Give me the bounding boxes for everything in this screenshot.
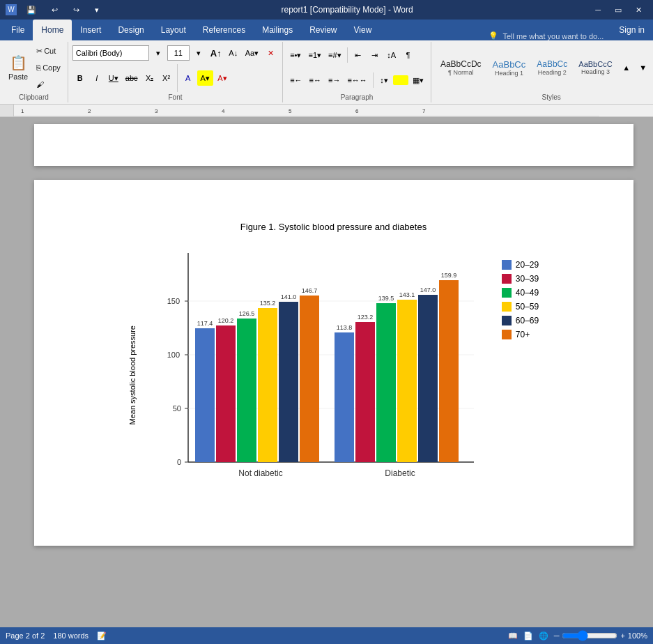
- bar-nd-4: [258, 308, 277, 462]
- justify-btn[interactable]: ≡↔↔: [344, 72, 369, 88]
- svg-text:139.5: 139.5: [378, 295, 394, 302]
- chart-title: Figure 1. Systolic blood pressure and di…: [240, 222, 427, 232]
- bar-d-5: [418, 295, 438, 462]
- tab-review[interactable]: Review: [301, 20, 345, 40]
- svg-text:Diabetic: Diabetic: [385, 468, 415, 478]
- paragraph-group: ≡•▾ ≡1▾ ≡#▾ ⇤ ⇥ ↕A ¶ ≡← ≡↔ ≡→ ≡↔↔ ↕▾ ▦▾ …: [283, 42, 431, 102]
- paste-button[interactable]: 📋 Paste: [4, 47, 32, 89]
- align-left-btn[interactable]: ≡←: [287, 72, 305, 88]
- svg-text:0: 0: [177, 458, 181, 466]
- clipboard-label: Clipboard: [4, 92, 63, 102]
- tab-file[interactable]: File: [3, 20, 33, 40]
- bullets-btn[interactable]: ≡•▾: [287, 47, 304, 63]
- show-marks-btn[interactable]: ¶: [401, 47, 416, 63]
- copy-icon: ⎘: [36, 63, 41, 72]
- legend-item-4: 50–59: [502, 302, 539, 312]
- style-heading2[interactable]: AaBbCc Heading 2: [532, 57, 572, 78]
- italic-btn[interactable]: I: [89, 70, 105, 86]
- bar-d-6: [439, 280, 459, 462]
- svg-text:7: 7: [422, 108, 426, 114]
- tab-view[interactable]: View: [346, 20, 381, 40]
- view-print-btn[interactable]: 📄: [523, 631, 533, 641]
- change-case-btn[interactable]: Aa▾: [243, 45, 261, 61]
- svg-rect-0: [14, 105, 599, 117]
- title-bar: W 💾 ↩ ↪ ▾ report1 [Compatibility Mode] -…: [0, 0, 653, 20]
- cut-icon: ✂: [36, 47, 43, 56]
- title-controls: ─ ▭ ✕: [590, 0, 647, 20]
- svg-text:5: 5: [289, 108, 292, 114]
- sort-btn[interactable]: ↕A: [384, 47, 399, 63]
- tab-design[interactable]: Design: [109, 20, 152, 40]
- zoom-range[interactable]: [562, 630, 617, 641]
- save-quick-btn[interactable]: 💾: [21, 0, 42, 20]
- multilevel-btn[interactable]: ≡#▾: [325, 47, 344, 63]
- undo-btn[interactable]: ↩: [46, 0, 63, 20]
- style-heading1[interactable]: AaBbCc Heading 1: [488, 57, 531, 79]
- tab-home[interactable]: Home: [33, 20, 72, 40]
- redo-btn[interactable]: ↪: [68, 0, 85, 20]
- increase-indent-btn[interactable]: ⇥: [367, 47, 383, 63]
- format-painter-button[interactable]: 🖌: [33, 77, 63, 92]
- font-name-input[interactable]: [72, 45, 149, 61]
- chart-wrapper: Mean systolic blood pressure 0 50: [128, 246, 539, 504]
- chart-container: Figure 1. Systolic blood pressure and di…: [76, 222, 592, 504]
- bold-btn[interactable]: B: [72, 70, 88, 86]
- svg-text:50: 50: [173, 404, 181, 413]
- text-highlight-btn[interactable]: A▾: [197, 70, 213, 86]
- font-size-dropdown[interactable]: ▾: [191, 45, 206, 61]
- sign-in-btn[interactable]: Sign in: [610, 20, 653, 40]
- tell-me-box[interactable]: Tell me what you want to do...: [502, 32, 604, 40]
- chart-legend: 20–29 30–39 40–49 50–59: [502, 246, 539, 339]
- cut-button[interactable]: ✂ Cut: [33, 43, 63, 59]
- styles-gallery: AaBbCcDc ¶ Normal AaBbCc Heading 1 AaBbC…: [436, 57, 617, 79]
- align-center-btn[interactable]: ≡↔: [307, 72, 324, 88]
- tab-insert[interactable]: Insert: [72, 20, 109, 40]
- copy-button[interactable]: ⎘ Copy: [33, 60, 63, 75]
- underline-btn[interactable]: U▾: [106, 70, 121, 86]
- document-area[interactable]: Figure 1. Systolic blood pressure and di…: [14, 117, 653, 643]
- font-color-btn[interactable]: A▾: [215, 70, 230, 86]
- tab-references[interactable]: References: [194, 20, 254, 40]
- styles-scroll-down[interactable]: ▼: [636, 60, 651, 75]
- strikethrough-btn[interactable]: abc: [123, 70, 141, 86]
- tab-mailings[interactable]: Mailings: [254, 20, 301, 40]
- legend-label-6: 70+: [516, 330, 530, 339]
- svg-text:159.9: 159.9: [441, 272, 457, 279]
- minimize-btn[interactable]: ─: [590, 0, 606, 20]
- ruler-corner: [0, 105, 14, 117]
- decrease-indent-btn[interactable]: ⇤: [351, 47, 366, 63]
- decrease-font-btn[interactable]: A↓: [226, 45, 241, 61]
- line-spacing-btn[interactable]: ↕▾: [376, 72, 392, 88]
- borders-btn[interactable]: ▦▾: [410, 72, 427, 88]
- font-name-dropdown[interactable]: ▾: [151, 45, 166, 61]
- legend-item-5: 60–69: [502, 316, 539, 325]
- legend-color-2: [502, 274, 512, 284]
- status-right: 📖 📄 🌐 ─ + 100%: [508, 630, 647, 641]
- legend-label-5: 60–69: [516, 316, 539, 325]
- restore-btn[interactable]: ▭: [609, 0, 627, 20]
- subscript-btn[interactable]: X₂: [142, 70, 158, 86]
- left-sidebar: [0, 117, 14, 643]
- close-btn[interactable]: ✕: [630, 0, 647, 20]
- view-web-btn[interactable]: 🌐: [539, 631, 548, 641]
- shading-btn[interactable]: [393, 75, 408, 85]
- align-right-btn[interactable]: ≡→: [325, 72, 343, 88]
- font-size-input[interactable]: [167, 45, 190, 61]
- zoom-slider[interactable]: ─ + 100%: [554, 630, 647, 641]
- increase-font-btn[interactable]: A↑: [208, 45, 224, 61]
- style-normal[interactable]: AaBbCcDc ¶ Normal: [436, 57, 486, 78]
- style-h1-preview: AaBbCc: [493, 59, 526, 70]
- tab-layout[interactable]: Layout: [153, 20, 194, 40]
- styles-scroll-up[interactable]: ▲: [619, 60, 634, 75]
- superscript-btn[interactable]: X²: [159, 70, 174, 86]
- svg-text:126.5: 126.5: [239, 310, 255, 317]
- legend-item-6: 70+: [502, 330, 539, 339]
- clear-format-btn[interactable]: ✕: [263, 45, 278, 61]
- customize-btn[interactable]: ▾: [89, 0, 105, 20]
- style-heading3[interactable]: AaBbCcC Heading 3: [574, 58, 617, 77]
- view-read-btn[interactable]: 📖: [508, 631, 518, 641]
- ribbon-tabs: File Home Insert Design Layout Reference…: [0, 20, 653, 40]
- text-effect-btn[interactable]: A: [180, 70, 196, 86]
- numbering-btn[interactable]: ≡1▾: [305, 47, 324, 63]
- bar-d-2: [355, 322, 375, 462]
